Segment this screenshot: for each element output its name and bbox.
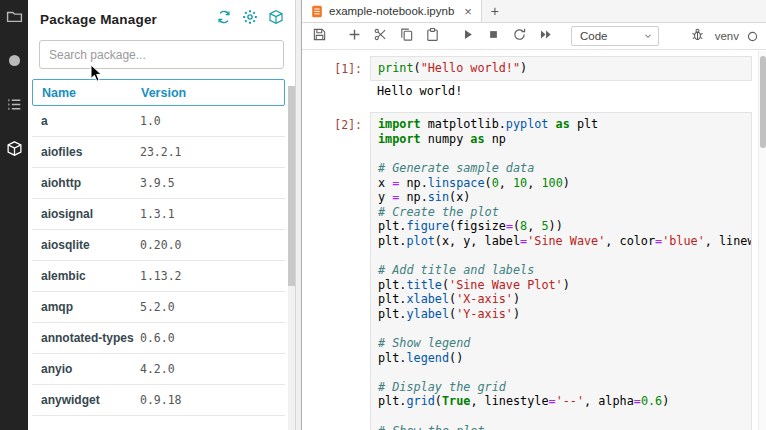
kernel-name[interactable]: venv (715, 30, 739, 42)
scrollbar-thumb[interactable] (288, 86, 295, 286)
table-row[interactable]: anywidget0.9.18 (32, 385, 285, 416)
package-manager-panel: Package Manager (28, 0, 296, 430)
kernel-status-icon (746, 30, 759, 43)
cut-cell-button[interactable] (370, 26, 391, 47)
list-icon (6, 96, 23, 117)
column-header-version[interactable]: Version (141, 86, 186, 100)
package-version: 0.9.18 (140, 393, 182, 407)
package-version: 0.6.0 (140, 331, 175, 345)
debugger-button[interactable] (687, 26, 708, 47)
package-version: 4.2.0 (140, 362, 175, 376)
activity-bar (0, 0, 28, 430)
column-header-name[interactable]: Name (33, 86, 141, 100)
table-row[interactable]: anyio4.2.0 (32, 354, 285, 385)
cell-output: Hello world! (370, 81, 752, 103)
refresh-button[interactable] (214, 10, 233, 29)
execution-count: [2]: (306, 112, 370, 132)
notebook-cells: [1]:print("Hello world!")Hello world![2]… (302, 50, 766, 430)
tab-example-notebook[interactable]: example-notebook.ipynb × (302, 0, 482, 22)
new-tab-button[interactable]: + (482, 0, 508, 22)
refresh-icon (216, 9, 232, 29)
table-row[interactable]: aiosignal1.3.1 (32, 199, 285, 230)
package-table: Name Version a1.0aiofiles23.2.1aiohttp3.… (32, 79, 285, 430)
stop-icon (486, 27, 501, 46)
notebook-toolbar: Code venv (302, 23, 766, 50)
sidebar-item-list[interactable] (4, 96, 24, 116)
tab-bar: example-notebook.ipynb × + (302, 0, 766, 23)
scrollbar-thumb[interactable] (760, 56, 766, 148)
insert-cell-button[interactable] (344, 26, 365, 47)
notebook-scrollbar[interactable] (758, 51, 766, 430)
circle-icon (6, 52, 23, 73)
table-row[interactable]: aiofiles23.2.1 (32, 137, 285, 168)
package-name: aiohttp (32, 176, 140, 190)
code-editor[interactable]: import matplotlib.pyplot as pltimport nu… (370, 112, 752, 430)
package-box-icon (268, 9, 284, 29)
table-row[interactable]: annotated-types0.6.0 (32, 323, 285, 354)
chevron-down-icon (643, 31, 653, 41)
package-name: aiosqlite (32, 238, 140, 252)
scissors-icon (373, 27, 388, 46)
execution-count: [1]: (306, 56, 370, 76)
table-row[interactable]: aiohttp3.9.5 (32, 168, 285, 199)
table-row[interactable]: a1.0 (32, 106, 285, 137)
package-table-body: a1.0aiofiles23.2.1aiohttp3.9.5aiosignal1… (32, 106, 285, 416)
package-list-scrollbar[interactable] (288, 86, 295, 430)
package-version: 1.13.2 (140, 269, 182, 283)
package-version: 3.9.5 (140, 176, 175, 190)
notebook-panel: example-notebook.ipynb × + (301, 0, 766, 430)
copy-cell-button[interactable] (396, 26, 417, 47)
fast-forward-icon (538, 27, 553, 46)
toolbar-right: venv (687, 26, 759, 47)
panel-actions (214, 10, 285, 29)
run-cell-button[interactable] (457, 26, 478, 47)
search-container (28, 38, 295, 79)
package-name: aiosignal (32, 207, 140, 221)
package-version: 23.2.1 (140, 145, 182, 159)
tab-title: example-notebook.ipynb (329, 5, 454, 17)
package-manager-header: Package Manager (28, 0, 295, 38)
table-row[interactable]: amqp5.2.0 (32, 292, 285, 323)
paste-icon (425, 27, 440, 46)
output-prompt (306, 81, 370, 87)
settings-button[interactable] (240, 10, 259, 29)
table-row[interactable]: aiosqlite0.20.0 (32, 230, 285, 261)
run-icon (460, 27, 475, 46)
sidebar-item-status[interactable] (4, 52, 24, 72)
package-name: anyio (32, 362, 140, 376)
notebook-cell: [1]:print("Hello world!")Hello world! (306, 56, 752, 102)
package-version: 1.0 (140, 114, 161, 128)
save-icon (312, 27, 327, 46)
environment-button[interactable] (266, 10, 285, 29)
sidebar-item-packages[interactable] (4, 140, 24, 160)
package-version: 1.3.1 (140, 207, 175, 221)
package-name: alembic (32, 269, 140, 283)
package-name: anywidget (32, 393, 140, 407)
package-name: a (32, 114, 140, 128)
table-header-row: Name Version (32, 79, 285, 106)
plus-icon (347, 27, 362, 46)
package-version: 0.20.0 (140, 238, 182, 252)
save-button[interactable] (309, 26, 330, 47)
cell-type-value: Code (580, 30, 608, 42)
package-name: annotated-types (32, 331, 140, 345)
panel-title: Package Manager (40, 12, 157, 27)
notebook-file-icon (311, 5, 323, 18)
package-version: 5.2.0 (140, 300, 175, 314)
app-window: Package Manager (0, 0, 766, 430)
code-editor[interactable]: print("Hello world!") (370, 56, 752, 81)
cell-type-dropdown[interactable]: Code (571, 26, 659, 46)
sidebar-item-files[interactable] (4, 8, 24, 28)
notebook-cell: [2]:import matplotlib.pyplot as pltimpor… (306, 112, 752, 430)
interrupt-kernel-button[interactable] (483, 26, 504, 47)
restart-icon (512, 27, 527, 46)
run-all-button[interactable] (535, 26, 556, 47)
restart-kernel-button[interactable] (509, 26, 530, 47)
copy-icon (399, 27, 414, 46)
gear-icon (242, 9, 258, 29)
tab-close-icon[interactable]: × (464, 5, 472, 18)
package-name: aiofiles (32, 145, 140, 159)
search-input[interactable] (39, 40, 284, 69)
table-row[interactable]: alembic1.13.2 (32, 261, 285, 292)
paste-cell-button[interactable] (422, 26, 443, 47)
